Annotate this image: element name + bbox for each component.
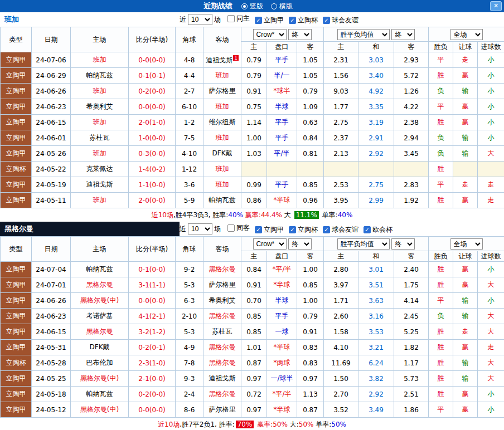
date-cell: 24-06-26 [32, 293, 71, 309]
corners-cell: 5-9 [176, 193, 203, 208]
odds-company-select[interactable]: Crow* [253, 238, 287, 250]
goals-result-cell: 小 [478, 115, 504, 130]
match-row: 立陶甲24-06-26黑格尔曼(中)0-0(0-0)6-3希奥利艾0.70半球1… [1, 293, 504, 309]
subheader-handicap: 盘口 [267, 251, 297, 262]
odds-home-cell: 0.70 [241, 293, 267, 309]
result-cell: 胜 [429, 193, 453, 208]
match-row: 立陶甲24-05-31DFK戴0-2(0-1)4-9黑格尔曼1.01*半球0.8… [1, 340, 504, 355]
filter-checkbox[interactable]: ✓立陶甲 [255, 16, 284, 25]
avg-draw-cell: 6.24 [358, 355, 394, 371]
score-cell: 2-0(1-0) [129, 115, 176, 130]
score-cell: 3-2(1-2) [129, 324, 176, 340]
avg-home-cell: 2.13 [324, 146, 358, 162]
filter-checkbox[interactable]: ✓立陶杯 [289, 16, 318, 25]
summary-segment: 近10场 [152, 211, 173, 220]
filter-checkbox[interactable]: ✓球会友谊 [323, 16, 358, 25]
scope-select[interactable]: 全场 [450, 238, 483, 250]
summary-segment: 赢率: [255, 420, 273, 429]
league-type-cell: 立陶甲 [1, 340, 32, 355]
layout-horizontal-option[interactable]: 横版 [271, 2, 293, 11]
odds-home-cell: 1.01 [241, 340, 267, 355]
avg-select[interactable]: 胜平负均值 [337, 29, 390, 40]
handicap-result-cell: 输 [453, 309, 478, 324]
subheader-result: 胜负 [429, 42, 453, 52]
avg-draw-cell: 3.03 [358, 52, 394, 68]
avg-home-cell: 2.31 [324, 52, 358, 68]
home-team-cell: 迪祖戈斯 [71, 177, 129, 193]
handicap-result-cell: 输 [453, 130, 478, 146]
avg-away-cell: 2.93 [394, 52, 429, 68]
odds-company-select[interactable]: Crow* [253, 29, 287, 40]
match-row: 立陶甲24-06-29帕纳瓦兹0-1(0-1)4-4班加0.79半/一1.051… [1, 68, 504, 84]
odds-final-select[interactable]: 终 [288, 238, 312, 250]
col-header-corner: 角球 [176, 237, 203, 262]
handicap-result-cell: 输 [453, 355, 478, 371]
matches-table: 类型 日期 主场 比分(半场) 角球 客场 Crow* 终 胜平负均值 终 [0, 236, 504, 418]
games-label: 场 [214, 15, 221, 25]
odds-home-cell [241, 162, 267, 177]
result-cell: 平 [429, 52, 453, 68]
avg-draw-cell: 3.51 [358, 277, 394, 293]
home-team-cell: 帕纳瓦兹 [71, 68, 129, 84]
summary-segment: 44.4% [261, 211, 282, 219]
filter-checkbox[interactable]: ✓立陶杯 [289, 225, 318, 234]
odds-away-cell: 0.87 [297, 402, 324, 418]
avg-away-cell: 5.72 [394, 68, 429, 84]
odds-away-cell: 0.83 [297, 355, 324, 371]
odds-away-cell: 0.96 [297, 193, 324, 208]
away-team-cell: 苏杜瓦 [203, 324, 241, 340]
odds-final-select[interactable]: 终 [288, 29, 312, 40]
subheader-goals-result: 进球数 [478, 251, 504, 262]
avg-draw-cell: 3.19 [358, 115, 394, 130]
odds-away-cell: 0.79 [297, 309, 324, 324]
summary-line: 近10场,胜4平3负3, 胜率:40% 赢率:44.4% 大 11.1% 单率:… [0, 208, 504, 222]
score-cell: 3-1(1-1) [129, 277, 176, 293]
avg-draw-cell: 3.40 [358, 68, 394, 84]
odds-away-cell: 0.63 [297, 115, 324, 130]
result-cell: 平 [429, 177, 453, 193]
scope-select[interactable]: 全场 [450, 29, 483, 40]
avg-home-cell: 3.95 [324, 193, 358, 208]
subheader-odds-home: 主 [241, 251, 267, 262]
home-team-cell: 班加 [71, 84, 129, 99]
avg-home-cell: 1.71 [324, 293, 358, 309]
filter-checkbox[interactable]: 同主 [227, 14, 250, 23]
subheader-avg-draw: 和 [358, 251, 394, 262]
result-cell: 负 [429, 130, 453, 146]
handicap-result-cell: 赢 [453, 277, 478, 293]
odds-home-cell: 0.85 [241, 309, 267, 324]
filter-checkbox[interactable]: 同客 [227, 223, 250, 233]
date-cell: 24-07-04 [32, 262, 71, 277]
rounds-select[interactable]: 10 [188, 223, 212, 234]
corners-cell: 4-9 [176, 340, 203, 355]
avg-draw-cell: 3.63 [358, 293, 394, 309]
summary-segment: 单率: [313, 420, 331, 429]
avg-away-cell: 5.73 [394, 371, 429, 387]
avg-draw-cell: 3.01 [358, 262, 394, 277]
avg-final-select[interactable]: 终 [391, 238, 415, 250]
avg-draw-cell: 3.35 [358, 99, 394, 115]
odds-home-cell: 0.86 [241, 193, 267, 208]
odds-away-cell: 0.79 [297, 84, 324, 99]
close-button[interactable]: ✕ [490, 1, 502, 11]
vertical-label: 竖版 [250, 2, 263, 11]
goals-result-cell: 大 [478, 309, 504, 324]
corners-cell: 5-3 [176, 277, 203, 293]
layout-vertical-option[interactable]: 竖版 [241, 2, 263, 11]
league-type-cell: 立陶甲 [1, 277, 32, 293]
avg-home-cell: 3.97 [324, 277, 358, 293]
subheader-avg-away: 客 [394, 42, 429, 52]
result-cell: 胜 [429, 355, 453, 371]
avg-select[interactable]: 胜平负均值 [337, 238, 390, 250]
avg-final-select[interactable]: 终 [391, 29, 415, 40]
avg-home-cell: 11.69 [324, 355, 358, 371]
rounds-select[interactable]: 10 [188, 14, 212, 25]
filter-checkbox[interactable]: ✓立陶甲 [255, 225, 284, 234]
avg-home-cell: 1.50 [324, 371, 358, 387]
filter-checkbox[interactable]: ✓欧会杯 [364, 225, 392, 234]
checkbox-label: 球会友谊 [332, 225, 358, 234]
handicap-cell: 平手 [267, 130, 297, 146]
avg-away-cell: 2.51 [394, 387, 429, 402]
filter-checkbox[interactable]: ✓球会友谊 [323, 225, 358, 234]
result-cell: 胜 [429, 262, 453, 277]
